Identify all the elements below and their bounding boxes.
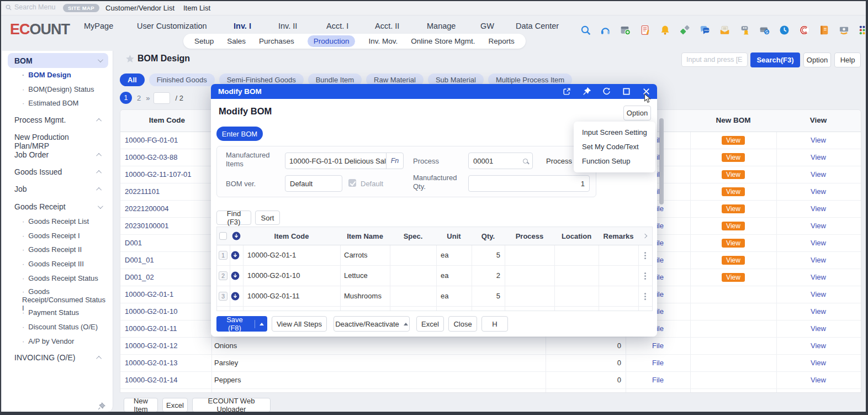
item-code-link[interactable]: 202211101 bbox=[125, 187, 160, 196]
row-menu-icon[interactable] bbox=[644, 275, 646, 277]
apps-grid-icon[interactable] bbox=[858, 24, 868, 36]
sidebar-section-process-mgmt[interactable]: Process Mgmt. bbox=[14, 115, 108, 124]
view-link[interactable]: View bbox=[776, 290, 860, 298]
id-card-icon[interactable] bbox=[739, 24, 750, 36]
view-link[interactable]: View bbox=[776, 307, 860, 316]
sidebar-section-goods-receipt[interactable]: Goods Receipt bbox=[14, 202, 108, 211]
sidebar-item-goods-receipt-3[interactable]: Goods Receipt III bbox=[22, 260, 109, 268]
search-f3-button[interactable]: Search(F3) bbox=[750, 52, 800, 67]
subnav-production[interactable]: Production bbox=[308, 35, 356, 47]
menu-item-input-screen-setting[interactable]: Input Screen Setting bbox=[574, 125, 655, 140]
view-link[interactable]: View bbox=[776, 273, 860, 281]
nav-acct-2[interactable]: Acct. II bbox=[375, 22, 399, 30]
card-sync-icon[interactable] bbox=[759, 24, 770, 36]
filter-finished-goods[interactable]: Finished Goods bbox=[149, 73, 215, 86]
item-code-link[interactable]: 10000-FG-01-01 bbox=[125, 136, 178, 144]
pin-icon[interactable] bbox=[97, 402, 105, 413]
new-bom-view-badge[interactable]: View bbox=[722, 153, 745, 162]
sort-button[interactable]: Sort bbox=[255, 211, 280, 225]
star-icon[interactable] bbox=[125, 54, 135, 66]
pin-icon[interactable] bbox=[583, 87, 591, 96]
manufactured-qty-input[interactable] bbox=[468, 175, 590, 192]
find-f3-button[interactable]: Find (F3) bbox=[216, 211, 251, 225]
ecount-web-uploader-button[interactable]: ECOUNT Web Uploader bbox=[192, 398, 271, 412]
view-link[interactable]: View bbox=[776, 153, 860, 161]
nav-inv-1[interactable]: Inv. I bbox=[234, 22, 251, 30]
process-code-field[interactable]: 00001 bbox=[468, 153, 533, 169]
new-bom-view-badge[interactable]: View bbox=[722, 222, 745, 230]
subnav-setup[interactable]: Setup bbox=[194, 37, 214, 45]
row-menu-icon[interactable] bbox=[644, 296, 646, 297]
view-link[interactable]: View bbox=[776, 342, 860, 350]
new-item-button[interactable]: New Item bbox=[124, 398, 158, 412]
save-f8-button[interactable]: Save (F8) bbox=[216, 316, 267, 332]
sidebar-item-bom-design[interactable]: BOM Design bbox=[22, 71, 109, 79]
item-code-link[interactable]: 10000-G2-01-10 bbox=[125, 307, 177, 316]
view-link[interactable]: View bbox=[776, 239, 860, 247]
item-code-link[interactable]: 10000-G2-01-13 bbox=[125, 359, 177, 367]
ecount-icon[interactable] bbox=[798, 24, 810, 36]
subnav-inv-mov[interactable]: Inv. Mov. bbox=[368, 37, 398, 45]
chat-icon[interactable] bbox=[699, 24, 711, 36]
clock-icon[interactable] bbox=[779, 24, 790, 36]
file-link[interactable]: File bbox=[626, 342, 690, 350]
headset-icon[interactable] bbox=[600, 24, 611, 36]
search-icon[interactable] bbox=[580, 24, 591, 36]
view-link[interactable]: View bbox=[776, 376, 860, 384]
share-icon[interactable] bbox=[679, 24, 691, 36]
nav-inv-2[interactable]: Inv. II bbox=[278, 22, 297, 30]
scroll-right-icon[interactable] bbox=[643, 234, 647, 238]
menu-search[interactable]: Search Menu bbox=[6, 3, 55, 11]
item-code-link[interactable]: 10000-G2-11-107-01 bbox=[125, 170, 191, 178]
open-new-window-icon[interactable] bbox=[563, 87, 571, 96]
modal-titlebar[interactable]: Modify BOM bbox=[211, 84, 657, 99]
h-button[interactable]: H bbox=[481, 316, 508, 332]
file-link[interactable]: File bbox=[626, 359, 690, 367]
file-link[interactable]: File bbox=[626, 376, 690, 384]
new-bom-view-badge[interactable]: View bbox=[722, 170, 745, 179]
sidebar-item-payment-status[interactable]: Payment Status bbox=[22, 308, 109, 317]
row-menu-icon[interactable] bbox=[644, 255, 646, 256]
view-link[interactable]: View bbox=[776, 204, 860, 213]
view-link[interactable]: View bbox=[776, 187, 860, 196]
menu-item-function-setup[interactable]: Function Setup bbox=[574, 154, 655, 169]
bom-item-row[interactable]: 1 10000-G2-01-1 Carrots ea 5 bbox=[217, 245, 652, 266]
bom-item-row[interactable]: 3 10000-G2-01-11 Mushrooms ea 5 bbox=[217, 286, 652, 307]
page-option-button[interactable]: Option bbox=[803, 52, 831, 67]
sidebar-item-estimated-bom[interactable]: Estimated BOM bbox=[22, 99, 109, 107]
new-bom-view-badge[interactable]: View bbox=[722, 187, 745, 196]
customer-vendor-list-link[interactable]: Customer/Vendor List bbox=[105, 4, 174, 12]
search-icon[interactable] bbox=[523, 159, 528, 164]
view-link[interactable]: View bbox=[776, 136, 860, 144]
page-search-input[interactable] bbox=[681, 52, 748, 67]
item-code-link[interactable]: 20221200004 bbox=[125, 204, 169, 213]
page-2-button[interactable]: 2 bbox=[137, 94, 141, 102]
modal-close-button[interactable]: Close bbox=[448, 316, 477, 332]
maximize-icon[interactable] bbox=[622, 87, 631, 96]
sidebar-section-invoicing[interactable]: INVOICING (O/E) bbox=[14, 353, 108, 362]
new-bom-view-badge[interactable]: View bbox=[722, 273, 745, 282]
sidebar-item-goods-receipt-status[interactable]: Goods Receipt Status bbox=[22, 274, 109, 282]
notes-icon[interactable] bbox=[639, 24, 651, 36]
nav-user-customization[interactable]: User Customization bbox=[137, 22, 207, 30]
sidebar-item-goods-receipt-list[interactable]: Goods Receipt List bbox=[22, 217, 109, 225]
site-map-badge[interactable]: SITE MAP bbox=[63, 4, 99, 12]
new-bom-view-badge[interactable]: View bbox=[722, 256, 745, 265]
filter-all[interactable]: All bbox=[120, 73, 145, 86]
modal-excel-button[interactable]: Excel bbox=[416, 316, 444, 332]
sidebar-section-job-order[interactable]: Job Order bbox=[14, 150, 108, 159]
nav-gw[interactable]: GW bbox=[480, 22, 494, 30]
move-down-icon[interactable] bbox=[231, 251, 240, 262]
help-button[interactable]: Help bbox=[834, 52, 861, 67]
sidebar-section-job[interactable]: Job bbox=[14, 185, 108, 193]
subnav-reports[interactable]: Reports bbox=[488, 37, 514, 45]
item-code-link[interactable]: 20230100001 bbox=[125, 222, 169, 230]
new-bom-view-badge[interactable]: View bbox=[722, 204, 745, 213]
subnav-online-store[interactable]: Online Store Mgmt. bbox=[411, 37, 475, 45]
excel-button[interactable]: Excel bbox=[162, 398, 188, 412]
sidebar-item-ap-by-vendor[interactable]: A/P by Vendor bbox=[22, 337, 109, 345]
sidebar-item-goods-receipt-2[interactable]: Goods Receipt II bbox=[22, 245, 109, 254]
manufactured-items-field[interactable]: 10000-FG-01-01 Delicious Sala Fn bbox=[285, 153, 404, 169]
subnav-purchases[interactable]: Purchases bbox=[259, 37, 294, 45]
sidebar-section-new-production-plan[interactable]: New Production Plan/MRP bbox=[14, 133, 108, 150]
